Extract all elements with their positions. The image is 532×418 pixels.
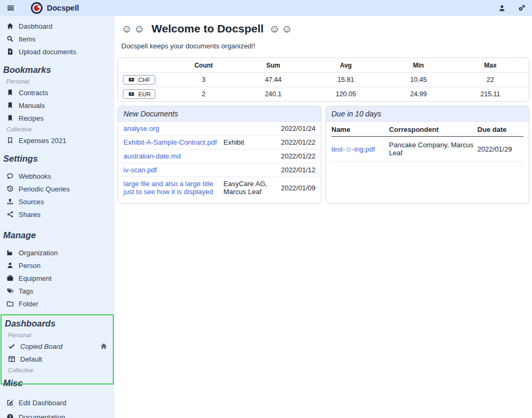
document-row: iv-scan.pdf 2022/01/12 [118,163,321,177]
sidebar-item-person[interactable]: Person [0,259,114,272]
sidebar-item-default-board[interactable]: Default [2,353,113,365]
document-date: 2022/01/09 [276,177,321,199]
page-subtitle: Docspell keeps your documents organized!… [121,42,529,50]
stat-min: 24.99 [385,87,452,102]
sidebar-item-copied-board[interactable]: Copied Board [2,340,113,353]
sidebar-item-label: Dasbhoard [19,22,53,30]
topbar: Docspell [0,0,532,16]
sidebar-item-contracts[interactable]: Contracts [0,86,114,99]
sidebar-item-label: Shares [19,211,40,219]
new-documents-panel: New Documents analyse.org 2022/01/24 Exh… [118,106,321,204]
docspell-logo-icon[interactable] [31,2,43,14]
subsection-collective: Collective [2,365,113,375]
settings-cogs-icon[interactable] [518,4,526,12]
search-icon [6,35,14,43]
sidebar-item-label: Copied Board [20,342,63,350]
stats-header-sum: Sum [240,58,306,73]
document-row: analyse.org 2022/01/24 [118,122,321,136]
sidebar-item-items[interactable]: Items [0,32,114,45]
due-date: 2022/01/29 [477,137,523,162]
document-extra [223,149,276,163]
sidebar-item-label: Expenses 2021 [19,137,66,145]
smiley-emoji: ☺☺ [121,23,146,35]
comment-icon [6,172,14,180]
sidebar-item-webhooks[interactable]: Webhooks [0,170,114,182]
due-panel: Due in 10 days Name Correspondent Due da… [326,106,529,204]
check-icon [8,342,15,350]
sidebar-item-tags[interactable]: Tags [0,285,114,297]
document-row: large file and also a large title just t… [118,177,321,199]
document-row: australian-date.md 2022/01/22 [118,149,321,163]
sidebar-item-expenses-2021[interactable]: Expenses 2021 [0,134,114,147]
stats-panel: Count Sum Avg Min Max CHF 3 47. [118,57,529,102]
sidebar-item-organization[interactable]: Organization [0,246,114,259]
sidebar-item-periodic-queries[interactable]: Periodic Queries [0,182,114,195]
section-title-dashboards: Dashboards [2,316,113,330]
bookmark-outline-icon [6,137,14,144]
sidebar-item-edit-dashboard[interactable]: Edit Dashboard [0,396,114,409]
sidebar-item-label: Tags [19,287,33,295]
stat-avg: 120.05 [306,87,385,102]
stat-max: 215.11 [452,87,529,102]
due-row: test-☺-ing.pdf Pancake Company, Marcus L… [331,137,523,162]
due-header-name: Name [331,122,389,137]
bookmark-icon [6,102,14,109]
document-link[interactable]: iv-scan.pdf [123,166,157,174]
home-default-icon [100,342,107,350]
sidebar-item-label: Equipment [19,274,52,282]
stat-max: 22 [452,73,529,87]
smiley-emoji: ☺☺ [269,23,294,35]
stats-header-max: Max [452,58,529,73]
app-title: Docspell [47,4,79,12]
menu-toggle-icon[interactable] [6,4,15,12]
stat-min: 10.45 [385,73,452,87]
document-extra: EasyCare AG, Marcus Leaf [223,177,276,199]
document-date: 2022/01/22 [276,149,321,163]
sidebar-item-label: Webhooks [19,172,51,180]
stats-row-eur: EUR 2 240.1 120.05 24.99 215.11 [118,87,529,102]
due-table: Name Correspondent Due date test-☺-ing.p… [331,122,523,162]
stat-count: 2 [168,87,240,102]
sidebar-item-label: Sources [19,198,44,206]
folder-icon [6,300,14,307]
sidebar-item-label: Default [20,355,42,363]
due-correspondent: Pancake Company, Marcus Leaf [389,137,477,162]
stat-sum: 240.1 [240,87,306,102]
stats-table: Count Sum Avg Min Max CHF 3 47. [118,58,529,101]
document-date: 2022/01/12 [276,163,321,177]
sidebar-item-sources[interactable]: Sources [0,195,114,208]
document-extra [223,163,276,177]
sidebar-item-label: Documentation [19,413,65,418]
sidebar-item-recipes[interactable]: Recipes [0,112,114,124]
money-bill-icon [128,91,135,97]
sidebar-item-shares[interactable]: Shares [0,208,114,221]
document-link[interactable]: analyse.org [123,124,159,132]
sidebar-item-folder[interactable]: Folder [0,297,114,310]
document-link[interactable]: Exhibit-A-Sample-Contract.pdf [123,138,217,146]
currency-chip-eur[interactable]: EUR [123,89,155,99]
sidebar-item-manuals[interactable]: Manuals [0,99,114,112]
sidebar-item-upload-documents[interactable]: Upload documents [0,45,114,58]
topbar-actions [498,4,526,12]
stats-header-min: Min [385,58,452,73]
currency-chip-chf[interactable]: CHF [123,75,155,85]
document-link[interactable]: large file and also a large title just t… [123,180,213,196]
document-link[interactable]: australian-date.md [123,152,181,160]
sidebar-item-dashboard[interactable]: Dasbhoard [0,20,114,32]
sidebar-item-documentation[interactable]: ? Documentation [0,411,114,418]
sidebar-item-equipment[interactable]: Equipment [0,272,114,285]
document-link[interactable]: test-☺-ing.pdf [331,145,375,153]
user-account-icon[interactable] [498,4,506,12]
section-title-bookmarks: Bookmarks [0,63,114,77]
home-icon [6,22,14,30]
new-documents-table: analyse.org 2022/01/24 Exhibit-A-Sample-… [118,122,321,198]
section-title-settings: Settings [0,152,114,165]
share-icon [6,211,14,218]
due-panel-title: Due in 10 days [326,106,529,122]
document-extra [223,122,276,136]
sidebar-item-label: Upload documents [19,48,76,56]
subsection-collective: Collective [0,124,114,134]
stat-sum: 47.44 [240,73,306,87]
upload-icon [6,198,14,205]
stats-header-row: Count Sum Avg Min Max [118,58,529,73]
